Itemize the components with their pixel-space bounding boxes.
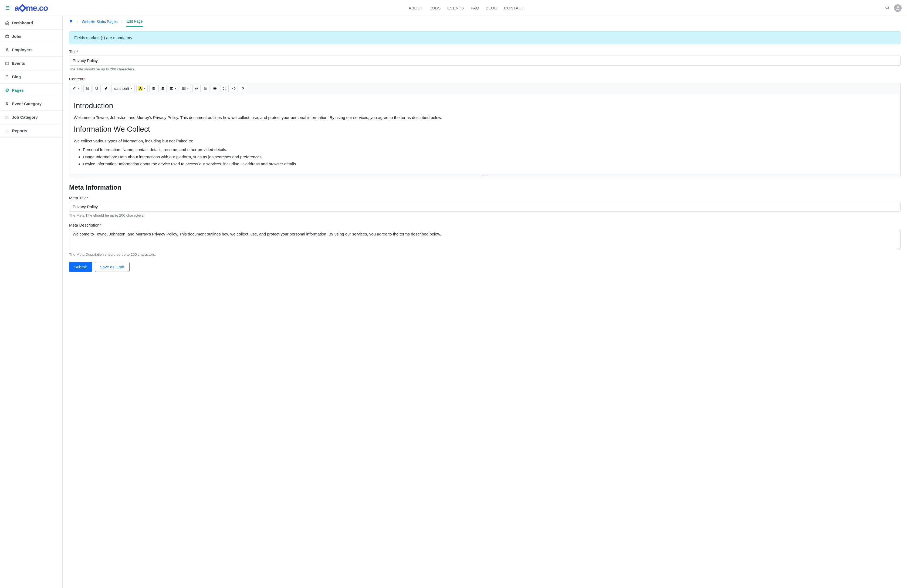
unordered-list-button[interactable] [149,85,157,92]
nav-events[interactable]: EVENTS [447,6,464,10]
sidebar-item-blog[interactable]: Blog [0,70,62,84]
save-draft-button[interactable]: Save as Draft [95,262,130,272]
underline-button[interactable]: U [93,85,101,92]
ordered-list-button[interactable]: 123 [159,85,167,92]
editor-list-item: Personal Information: Name, contact deta… [83,147,896,153]
title-hint: The Title should be up to 200 characters… [69,67,901,71]
bold-button[interactable]: B [83,85,91,92]
editor-heading: Introduction [74,100,896,112]
sidebar-item-event-category[interactable]: Event Category [0,97,62,110]
sidebar-item-job-category[interactable]: Job Category [0,110,62,124]
meta-title-label: Meta Title* [69,195,901,200]
svg-point-44 [205,88,205,88]
topbar: ☰ a me.co ABOUT JOBS EVENTS FAQ BLOG CON… [0,0,907,16]
globe-icon [5,88,9,92]
editor-paragraph: Welcome to Towne, Johnston, and Murray's… [74,115,896,121]
chevron-right-icon: › [77,19,78,24]
user-icon [5,48,9,52]
sidebar-item-label: Events [12,61,25,66]
svg-point-0 [886,6,889,9]
help-button[interactable]: ? [239,85,247,92]
svg-point-18 [5,117,6,117]
content-label: Content* [69,77,901,81]
alert-text-post: ) are mandatory [104,35,132,40]
svg-point-4 [6,48,8,50]
home-icon [5,21,9,25]
submit-button[interactable]: Submit [69,262,92,272]
title-label: Title* [69,50,901,54]
eraser-button[interactable] [102,85,110,92]
sidebar-item-jobs[interactable]: Jobs [0,30,62,43]
calendar-icon [5,61,9,65]
editor-body[interactable]: Introduction Welcome to Towne, Johnston,… [69,94,900,174]
meta-desc-input[interactable] [69,229,901,250]
video-button[interactable] [211,85,219,92]
mandatory-fields-alert: Fields marked (*) are mandatory [69,31,901,44]
image-button[interactable] [202,85,210,92]
editor-resize-handle[interactable] [69,174,900,177]
editor-toolbar: ▼ B U sans-serif▼ [69,83,900,94]
editor-list-item: Device Information: Information about th… [83,161,896,167]
svg-rect-43 [204,87,207,89]
table-button[interactable]: ▼ [180,85,191,92]
sidebar-item-reports[interactable]: Reports [0,124,62,137]
svg-line-1 [888,8,889,9]
book-icon [5,75,9,79]
svg-text:3: 3 [161,89,162,90]
nav-contact[interactable]: CONTACT [504,6,524,10]
briefcase-icon [5,34,9,38]
sidebar-item-dashboard[interactable]: Dashboard [0,16,62,30]
chevron-right-icon: › [121,19,123,24]
alert-text-pre: Fields marked ( [74,35,102,40]
search-icon[interactable] [885,5,890,11]
svg-point-23 [152,87,152,88]
title-input[interactable] [69,56,901,66]
meta-desc-hint: The Meta Description should be up to 250… [69,252,901,257]
code-view-button[interactable] [230,85,238,92]
svg-point-24 [152,88,152,89]
sidebar-item-label: Jobs [12,34,21,38]
logo-diamond-icon [18,4,26,12]
main-content: › Website Static Pages › Edit Page Field… [62,16,907,588]
sidebar-item-employers[interactable]: Employers [0,43,62,57]
sidebar-item-label: Blog [12,74,21,79]
meta-title-hint: The Meta Title should be up to 200 chara… [69,213,901,217]
editor-heading: Information We Collect [74,123,896,135]
editor-paragraph: We collect various types of information,… [74,138,896,144]
nav-blog[interactable]: BLOG [486,6,497,10]
bar-chart-icon [5,129,9,133]
paragraph-button[interactable]: ▼ [168,85,178,92]
breadcrumb-level1[interactable]: Website Static Pages [82,19,118,24]
link-button[interactable] [192,85,200,92]
sidebar-item-label: Pages [12,88,24,93]
svg-point-25 [152,89,152,90]
list-icon [5,115,9,119]
sidebar-item-pages[interactable]: Pages [0,84,62,97]
top-actions [885,4,902,12]
menu-toggle-icon[interactable]: ☰ [5,5,10,11]
sidebar-item-label: Dashboard [12,21,33,25]
sidebar-item-label: Event Category [12,101,42,106]
logo[interactable]: a me.co [14,3,48,13]
meta-section-title: Meta Information [69,184,901,191]
style-button[interactable]: ▼ [71,85,82,92]
font-family-select[interactable]: sans-serif▼ [112,85,135,92]
sidebar-item-events[interactable]: Events [0,57,62,70]
user-avatar[interactable] [894,4,902,12]
sidebar-item-label: Reports [12,128,27,133]
editor-list-item: Usage Information: Data about interactio… [83,154,896,160]
meta-desc-label: Meta Description* [69,223,901,227]
svg-point-2 [897,6,899,8]
svg-point-19 [5,118,6,118]
font-color-button[interactable]: A▼ [136,85,147,92]
breadcrumb: › Website Static Pages › Edit Page [62,16,907,27]
nav-about[interactable]: ABOUT [409,6,423,10]
top-nav: ABOUT JOBS EVENTS FAQ BLOG CONTACT [409,6,524,10]
meta-title-input[interactable] [69,202,901,212]
fullscreen-button[interactable] [221,85,229,92]
nav-jobs[interactable]: JOBS [430,6,441,10]
nav-faq[interactable]: FAQ [471,6,479,10]
svg-rect-38 [183,87,186,89]
logo-text-b: me.co [26,3,48,13]
breadcrumb-home-icon[interactable] [69,19,73,24]
